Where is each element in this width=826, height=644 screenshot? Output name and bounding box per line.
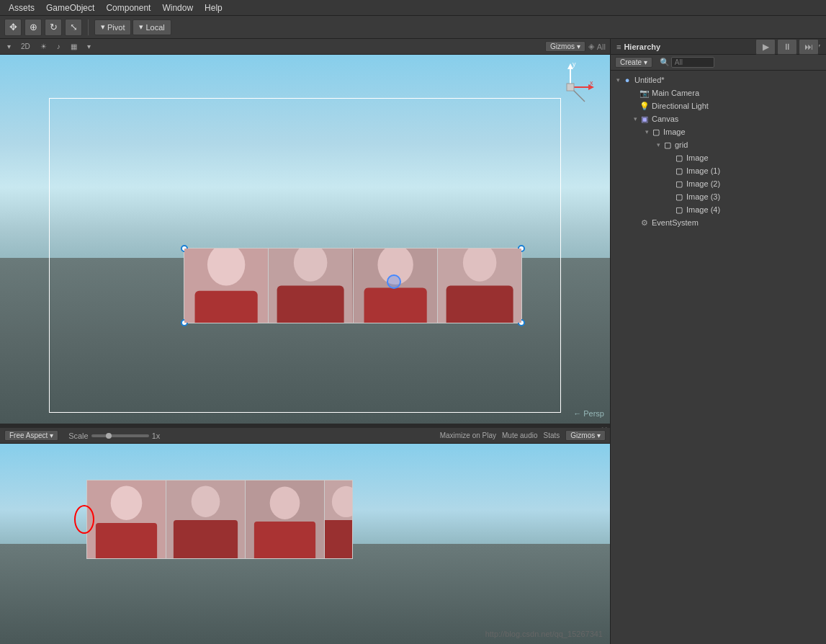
hierarchy-icon: ≡ xyxy=(616,43,621,51)
stats-btn[interactable]: Stats xyxy=(544,431,560,439)
svg-rect-16 xyxy=(364,287,426,323)
maximize-on-play-btn[interactable]: Maximize on Play xyxy=(440,431,496,439)
tree-item-image-3[interactable]: ▢ Image (3) xyxy=(611,190,826,203)
tree-item-image-0[interactable]: ▢ Image xyxy=(611,151,826,164)
hierarchy-panel: ≡ Hierarchy 🔒 ▾ Create ▾ 🔍 ▾ ● Untitled* xyxy=(610,39,826,644)
toolbar: ✥ ⊕ ↻ ⤡ ▾ Pivot ▾ Local ▶ ⏸ ⏭ xyxy=(0,16,826,39)
img4-icon: ▢ xyxy=(674,205,684,215)
svg-rect-10 xyxy=(195,291,258,323)
tree-item-scene[interactable]: ▾ ● Untitled* xyxy=(611,73,826,86)
tool-move[interactable]: ⊕ xyxy=(24,19,42,36)
tool-hand[interactable]: ✥ xyxy=(4,19,22,36)
tree-item-image[interactable]: ▾ ▢ Image xyxy=(611,125,826,138)
local-button[interactable]: ▾ Local xyxy=(133,19,171,35)
scene-audio-btn[interactable]: ♪ xyxy=(54,42,63,51)
menu-gameobject[interactable]: GameObject xyxy=(40,1,100,14)
scale-slider[interactable] xyxy=(91,434,149,437)
play-button[interactable]: ▶ xyxy=(755,39,776,55)
main-layout: ▾ 2D ☀ ♪ ▦ ▾ Gizmos ▾ ◈ All xyxy=(0,39,826,644)
aspect-dropdown[interactable]: Free Aspect ▾ xyxy=(4,430,58,441)
pause-button[interactable]: ⏸ xyxy=(777,39,797,55)
menu-window[interactable]: Window xyxy=(156,1,199,14)
persp-label: ← Persp xyxy=(573,409,604,418)
red-circle xyxy=(74,505,94,534)
image-0-label: Image xyxy=(686,153,709,162)
svg-rect-25 xyxy=(174,520,238,558)
scene-light-btn[interactable]: ☀ xyxy=(37,42,50,51)
local-icon: ▾ xyxy=(139,22,143,32)
img3-arrow xyxy=(665,192,674,201)
game-strip-photos xyxy=(87,480,352,558)
scene-shading-btn[interactable]: ▾ xyxy=(4,42,14,51)
local-label: Local xyxy=(145,23,164,32)
scene-gizmos-btn[interactable]: Gizmos ▾ xyxy=(545,41,585,52)
game-view: Free Aspect ▾ Scale 1x Maximize on Play … xyxy=(0,428,610,644)
scale-value: 1x xyxy=(152,431,161,440)
menu-help[interactable]: Help xyxy=(199,1,228,14)
tool-scale[interactable]: ⤡ xyxy=(65,19,82,36)
hierarchy-search[interactable] xyxy=(671,57,714,68)
eventsystem-label: EventSystem xyxy=(652,218,699,227)
img0-icon: ▢ xyxy=(674,153,684,163)
hierarchy-toolbar: Create ▾ 🔍 xyxy=(611,55,826,71)
scene-viewport[interactable]: y x xyxy=(0,55,610,424)
watermark-text: http://blog.csdn.net/qq_15267341 xyxy=(485,630,603,638)
tree-item-image-2[interactable]: ▢ Image (2) xyxy=(611,177,826,190)
light-icon: 💡 xyxy=(639,101,650,111)
strip-images xyxy=(184,249,521,323)
tree-item-directional-light[interactable]: 💡 Directional Light xyxy=(611,99,826,112)
tree-item-grid[interactable]: ▾ ▢ grid xyxy=(611,138,826,151)
scene-2d-btn[interactable]: 2D xyxy=(18,42,33,51)
aspect-arrow: ▾ xyxy=(50,431,53,439)
svg-text:x: x xyxy=(590,79,593,86)
svg-point-21 xyxy=(111,486,143,520)
scene-gizmo: y x xyxy=(545,62,596,112)
game-photo-3 xyxy=(246,480,325,558)
menu-assets[interactable]: Assets xyxy=(3,1,40,14)
scene-area: ▾ 2D ☀ ♪ ▦ ▾ Gizmos ▾ ◈ All xyxy=(0,39,610,644)
game-gizmos-label: Gizmos xyxy=(570,431,595,439)
blue-circle xyxy=(387,274,401,289)
step-button[interactable]: ⏭ xyxy=(799,39,819,55)
image-label: Image xyxy=(663,128,686,136)
tree-item-canvas[interactable]: ▾ ▣ Canvas xyxy=(611,112,826,125)
game-viewport: 运行场景，相册已经可以拖动了，但是发现相册左边拖到尽头时，图片顶到头了，没有留白… xyxy=(0,444,610,644)
game-photo-4 xyxy=(325,480,353,558)
scene-fx-arrow[interactable]: ▾ xyxy=(84,42,94,51)
image-2-label: Image (2) xyxy=(686,179,720,188)
scene-fx-btn[interactable]: ▦ xyxy=(68,42,80,51)
create-button[interactable]: Create ▾ xyxy=(615,57,652,68)
pivot-button[interactable]: ▾ Pivot xyxy=(94,19,131,35)
image-3-label: Image (3) xyxy=(686,192,720,201)
tree-item-image-4[interactable]: ▢ Image (4) xyxy=(611,203,826,216)
svg-rect-22 xyxy=(96,523,157,558)
svg-rect-28 xyxy=(254,522,315,558)
strip-photo-4 xyxy=(438,249,521,323)
scene-arrow: ▾ xyxy=(614,76,622,84)
strip-photo-3 xyxy=(354,249,438,323)
mute-audio-btn[interactable]: Mute audio xyxy=(502,431,537,439)
image-1-label: Image (1) xyxy=(686,166,720,175)
svg-rect-13 xyxy=(277,286,344,323)
image-4-label: Image (4) xyxy=(686,205,720,214)
search-icon: 🔍 xyxy=(660,58,670,67)
pivot-local-group: ▾ Pivot ▾ Local xyxy=(94,19,171,35)
camera-icon: 📷 xyxy=(639,88,650,98)
camera-arrow xyxy=(631,89,639,97)
tool-rotate[interactable]: ↻ xyxy=(45,19,62,36)
game-photo-1 xyxy=(87,480,166,558)
tree-item-image-1[interactable]: ▢ Image (1) xyxy=(611,164,826,177)
canvas-arrow: ▾ xyxy=(631,115,639,123)
create-arrow: ▾ xyxy=(644,58,647,66)
scale-label: Scale xyxy=(68,431,89,440)
tree-item-eventsystem[interactable]: ⚙ EventSystem xyxy=(611,216,826,229)
game-gizmos-btn[interactable]: Gizmos ▾ xyxy=(565,430,606,441)
svg-rect-31 xyxy=(325,520,353,558)
tree-item-main-camera[interactable]: 📷 Main Camera xyxy=(611,86,826,99)
event-icon: ⚙ xyxy=(639,218,650,228)
svg-rect-19 xyxy=(446,286,513,323)
svg-point-24 xyxy=(192,486,220,517)
menu-component[interactable]: Component xyxy=(100,1,156,14)
img0-arrow xyxy=(665,153,674,162)
play-controls: ▶ ⏸ ⏭ xyxy=(755,39,819,55)
